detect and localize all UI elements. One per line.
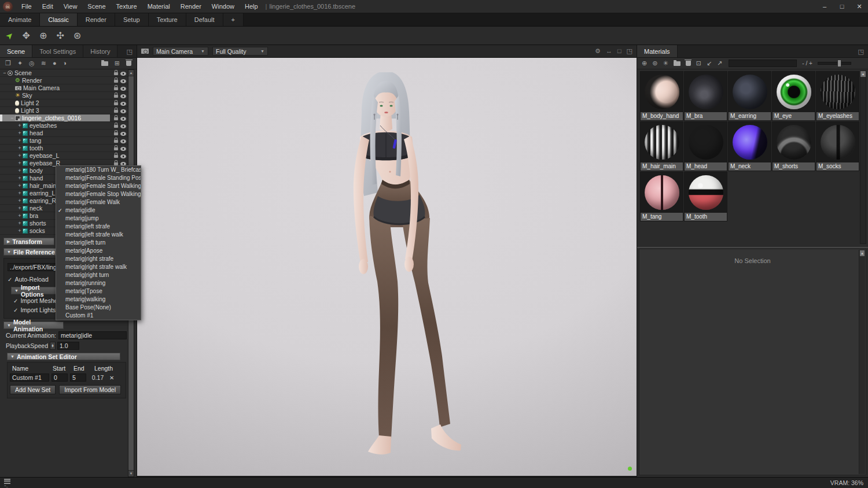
add-material-icon[interactable]: ◑ — [63, 60, 67, 66]
workspace-tab-animate[interactable]: Animate — [0, 13, 40, 26]
tree-expander-icon[interactable]: + — [17, 145, 23, 151]
visibility-icon[interactable] — [120, 87, 126, 91]
animation-menu-item[interactable]: metarig|right turn — [56, 271, 141, 279]
tree-row[interactable]: +tang — [0, 137, 128, 145]
add-light-icon[interactable]: ✦ — [17, 60, 23, 66]
tree-row[interactable]: ☀Sky — [0, 92, 128, 99]
material-item[interactable]: M_tooth — [684, 172, 727, 221]
tree-row[interactable]: ⚙Render — [0, 77, 128, 84]
tree-row[interactable]: Main Camera — [0, 84, 128, 92]
lock-icon[interactable] — [114, 87, 118, 90]
quality-select[interactable]: Full Quality ▼ — [212, 47, 268, 56]
lock-icon[interactable] — [114, 117, 118, 120]
materials-scrollbar[interactable]: ▲ — [860, 71, 866, 244]
tree-expander-icon[interactable]: + — [17, 198, 23, 204]
visibility-icon[interactable] — [120, 132, 126, 136]
visibility-icon[interactable] — [120, 79, 126, 83]
visibility-icon[interactable] — [120, 154, 126, 158]
animation-menu-item[interactable]: metarig|walking — [56, 295, 141, 304]
panel-popout-icon[interactable]: ◳ — [123, 45, 137, 57]
tree-expander-icon[interactable]: + — [17, 153, 23, 158]
animation-menu-item[interactable]: metarig|Apose — [56, 247, 141, 255]
animation-menu-item[interactable]: ✓metarig|idle — [56, 206, 141, 215]
current-animation-field[interactable] — [58, 331, 127, 339]
lock-icon[interactable] — [114, 125, 118, 128]
animation-menu-item[interactable]: metarig|right strafe — [56, 255, 141, 263]
lock-icon[interactable] — [114, 72, 118, 75]
tree-expander-icon[interactable]: − — [2, 70, 8, 76]
tree-expander-icon[interactable]: + — [17, 228, 23, 234]
tree-row[interactable]: −Scene — [0, 69, 128, 77]
tree-row[interactable]: +eyelashes — [0, 122, 128, 130]
scroll-up-icon[interactable]: ▲ — [860, 250, 865, 256]
lock-icon[interactable] — [114, 147, 118, 150]
scroll-up-icon[interactable]: ▲ — [128, 70, 134, 76]
new-material-icon[interactable]: ⊕ — [642, 60, 647, 66]
set-start-field[interactable] — [52, 374, 68, 382]
console-log-icon[interactable]: >_ — [4, 479, 10, 487]
animation-menu-item[interactable]: metarig|Tpose — [56, 287, 141, 295]
lock-icon[interactable] — [114, 140, 118, 143]
import-material-icon[interactable]: ↙ — [707, 60, 712, 66]
lock-icon[interactable] — [114, 155, 118, 158]
tree-row[interactable]: +tooth — [0, 145, 128, 152]
visibility-icon[interactable] — [120, 109, 126, 113]
set-end-field[interactable] — [70, 374, 86, 382]
split-view-icon[interactable]: ↔ — [606, 47, 612, 55]
material-item[interactable]: M_body_hand — [640, 71, 683, 121]
material-search-input[interactable] — [729, 60, 797, 67]
window-close-button[interactable]: ✕ — [851, 0, 868, 13]
add-primitive-icon[interactable]: ● — [53, 60, 57, 66]
material-item[interactable]: M_neck — [728, 121, 771, 171]
visibility-icon[interactable] — [120, 72, 126, 76]
workspace-tab-classic[interactable]: Classic — [40, 13, 77, 26]
slider-knob[interactable] — [837, 60, 841, 67]
transform-section-header[interactable]: ▶ Transform — [3, 238, 54, 245]
animation-menu-item[interactable]: metarig|180 Turn W_ Briefcase — [56, 166, 141, 174]
add-camera-icon[interactable]: ◎ — [29, 60, 35, 66]
tree-row[interactable]: +head — [0, 130, 128, 137]
import-from-model-button[interactable]: Import From Model — [59, 385, 121, 394]
popout-view-icon[interactable]: ◳ — [627, 47, 632, 55]
add-mesh-icon[interactable]: ❒ — [5, 60, 11, 66]
animation-menu-item[interactable]: metarig|left strafe walk — [56, 231, 141, 239]
menu-scene[interactable]: Scene — [82, 0, 111, 13]
workspace-tab-add[interactable]: + — [223, 13, 244, 26]
animation-menu-item[interactable]: metarig|Female Stop Walking — [56, 190, 141, 198]
menu-texture[interactable]: Texture — [111, 0, 142, 13]
menu-render[interactable]: Render — [175, 0, 207, 13]
visibility-icon[interactable] — [120, 139, 126, 143]
tab-tool-settings[interactable]: Tool Settings — [32, 45, 83, 57]
rotate-tool-icon[interactable]: ⊕ — [39, 31, 47, 40]
tree-row[interactable]: +eyebase_L — [0, 152, 128, 160]
menu-file[interactable]: File — [16, 0, 37, 13]
scale-tool-icon[interactable]: ✣ — [56, 31, 64, 40]
scroll-down-icon[interactable]: ▼ — [128, 471, 134, 476]
visibility-icon[interactable] — [120, 94, 126, 98]
animation-menu-item[interactable]: metarig|jump — [56, 215, 141, 223]
tree-expander-icon[interactable]: + — [17, 160, 23, 166]
maximize-view-icon[interactable]: □ — [617, 47, 621, 55]
lock-icon[interactable] — [114, 80, 118, 83]
menu-help[interactable]: Help — [240, 0, 263, 13]
tree-expander-icon[interactable]: + — [17, 183, 23, 188]
folder-icon[interactable] — [101, 61, 108, 66]
visibility-icon[interactable] — [120, 147, 126, 151]
window-minimize-button[interactable]: – — [816, 0, 833, 13]
material-item[interactable]: M_earring — [728, 71, 771, 121]
apply-material-icon[interactable]: ⊡ — [696, 60, 701, 66]
add-new-set-button[interactable]: Add New Set — [10, 385, 56, 394]
tree-expander-icon[interactable]: + — [17, 168, 23, 173]
menu-view[interactable]: View — [58, 0, 83, 13]
animation-menu-item[interactable]: metarig|running — [56, 279, 141, 287]
tree-expander-icon[interactable]: − — [9, 115, 15, 121]
lock-icon[interactable] — [114, 95, 118, 98]
workspace-tab-render[interactable]: Render — [78, 13, 115, 26]
inspector-scrollbar[interactable]: ▲ — [859, 250, 865, 474]
add-group-icon[interactable]: ⊞ — [115, 60, 120, 66]
material-item[interactable]: M_head — [684, 121, 727, 171]
tab-history[interactable]: History — [83, 45, 117, 57]
tree-expander-icon[interactable]: + — [17, 213, 23, 219]
universal-tool-icon[interactable]: ⊛ — [73, 31, 81, 40]
select-tool-icon[interactable]: ➤ — [4, 30, 16, 42]
